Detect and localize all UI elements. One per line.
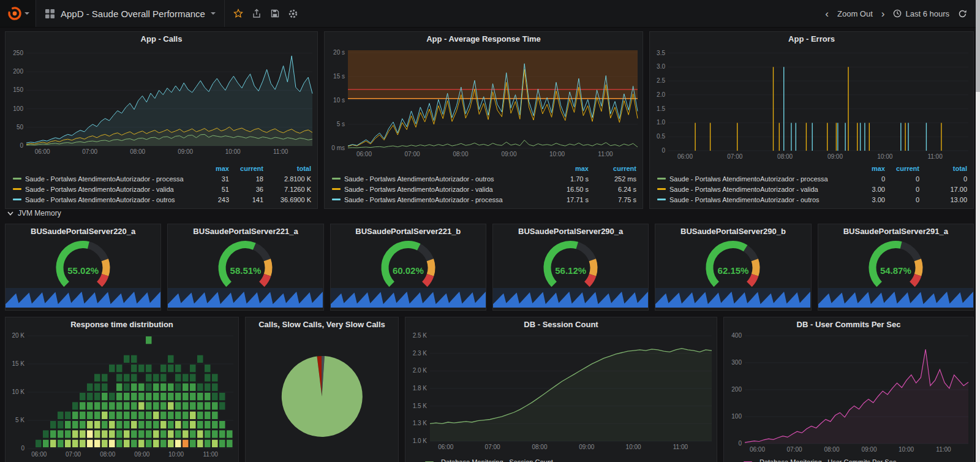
panel-gauge-server221b: BUSaudePortalServer221_b 60.02% (330, 224, 486, 311)
panel-app-response-time: App - Average Response Time 0 ms5 s10 s1… (324, 31, 643, 209)
svg-text:15 K: 15 K (12, 360, 24, 367)
svg-text:1.0: 1.0 (657, 119, 665, 126)
row-toggle-jvm-memory[interactable]: JVM Memory (7, 208, 974, 219)
app-calls-legend: max current total Saude - Portalws Atend… (6, 163, 317, 208)
series-name[interactable]: Database Monitoring - Session Count (441, 458, 553, 462)
svg-text:07:00: 07:00 (485, 444, 500, 450)
response-time-heatmap[interactable]: 05 K10 K15 K20 K06:0007:0008:0009:0010:0… (6, 332, 238, 462)
svg-text:06:00: 06:00 (677, 153, 693, 160)
star-dashboard-button[interactable] (230, 5, 247, 22)
panel-title[interactable]: BUSaudePortalServer290_a (493, 224, 648, 239)
gear-icon (288, 9, 298, 19)
legend-header-current[interactable]: current (229, 165, 263, 172)
app-errors-chart[interactable]: 00.51.01.52.02.53.03.506:0007:0008:0009:… (650, 47, 973, 163)
gauge-value: 55.02% (6, 265, 160, 276)
panel-title[interactable]: App - Average Response Time (325, 32, 643, 47)
series-name[interactable]: Saude - Portalws AtendimentoAutorizador … (25, 175, 195, 183)
svg-text:2.5 K: 2.5 K (413, 332, 428, 339)
app-calls-chart[interactable]: 05010015020025006:0007:0008:0009:0010:00… (6, 47, 317, 163)
svg-text:07:00: 07:00 (404, 151, 420, 157)
app-errors-legend: max current total Saude - Portalws Atend… (650, 163, 973, 208)
gauge-value: 54.87% (818, 265, 973, 276)
gauge-value: 58.51% (168, 265, 323, 276)
share-dashboard-button[interactable] (248, 5, 265, 22)
svg-text:0.5: 0.5 (657, 133, 665, 140)
legend-row: Saude - Portalws AtendimentoAutorizador … (332, 184, 636, 194)
svg-text:11:00: 11:00 (936, 446, 951, 453)
series-name[interactable]: Saude - Portalws AtendimentoAutorizador … (25, 196, 195, 203)
series-name[interactable]: Saude - Portalws AtendimentoAutorizador … (344, 196, 554, 203)
svg-text:11:00: 11:00 (203, 451, 219, 458)
save-icon (270, 9, 280, 18)
time-shift-back-button[interactable]: ‹ (821, 6, 833, 21)
series-name[interactable]: Saude - Portalws AtendimentoAutorizador … (25, 186, 195, 193)
legend-header-row: max current (332, 163, 636, 173)
clock-icon (893, 9, 902, 18)
legend-header-max[interactable]: max (554, 165, 589, 172)
grafana-main-menu-button[interactable] (0, 0, 36, 27)
svg-text:10:00: 10:00 (168, 451, 184, 458)
panel-db-session-count: DB - Session Count 1.0 K1.3 K1.5 K1.8 K2… (405, 317, 717, 462)
time-range-picker-button[interactable]: Last 6 hours (889, 7, 954, 21)
series-color-dash (657, 188, 666, 190)
series-name[interactable]: Saude - Portalws AtendimentoAutorizador … (669, 196, 851, 203)
svg-text:2.0 K: 2.0 K (413, 367, 428, 374)
panel-title[interactable]: BUSaudePortalServer220_a (6, 224, 160, 239)
svg-text:09:00: 09:00 (827, 153, 843, 160)
series-color-dash (332, 199, 341, 200)
series-name[interactable]: Saude - Portalws AtendimentoAutorizador … (344, 175, 554, 183)
panel-title[interactable]: BUSaudePortalServer290_b (655, 224, 810, 239)
panel-title[interactable]: App - Calls (6, 32, 317, 47)
svg-text:100: 100 (731, 413, 742, 420)
legend-header-current[interactable]: current (885, 165, 919, 172)
series-name[interactable]: Saude - Portalws AtendimentoAutorizador … (669, 186, 851, 193)
series-name[interactable]: Saude - Portalws AtendimentoAutorizador … (344, 186, 554, 193)
legend-header-total[interactable]: total (263, 165, 311, 172)
panel-gauge-server290a: BUSaudePortalServer290_a 56.12% (492, 224, 649, 311)
svg-text:09:00: 09:00 (134, 451, 149, 458)
svg-text:2.3 K: 2.3 K (413, 350, 428, 357)
legend-header-current[interactable]: current (589, 165, 636, 172)
series-name[interactable]: Database Monitoring - User Commits Per S… (760, 458, 896, 462)
series-color-dash (332, 188, 341, 190)
legend-row: Saude - Portalws AtendimentoAutorizador … (332, 194, 636, 205)
calls-pie-chart[interactable] (246, 332, 398, 462)
svg-text:07:00: 07:00 (787, 446, 802, 453)
zoom-out-button[interactable]: Zoom Out (833, 7, 877, 21)
panel-title[interactable]: BUSaudePortalServer221_a (168, 224, 323, 239)
gauge-wrap: 56.12% (493, 239, 648, 288)
top-panel-row: App - Calls 05010015020025006:0007:0008:… (5, 31, 974, 202)
scrollbar-thumb[interactable] (976, 0, 980, 92)
panel-title[interactable]: DB - User Commits Per Sec (724, 317, 973, 332)
dashboard-settings-button[interactable] (285, 5, 302, 22)
svg-text:10:00: 10:00 (899, 446, 914, 453)
series-name[interactable]: Saude - Portalws AtendimentoAutorizador … (669, 175, 851, 183)
panel-title[interactable]: BUSaudePortalServer291_a (818, 224, 973, 239)
gauge-sparkline (655, 288, 810, 310)
svg-text:10 s: 10 s (333, 97, 345, 104)
dashboard-title-button[interactable]: AppD - Saude Overall Performance (36, 0, 225, 27)
time-shift-forward-button[interactable]: › (877, 6, 889, 21)
page-scrollbar[interactable] (976, 0, 980, 462)
svg-text:400: 400 (731, 332, 742, 339)
db-user-commits-chart[interactable]: 010020030040006:0007:0008:0009:0010:0011… (724, 332, 973, 456)
panel-title[interactable]: BUSaudePortalServer221_b (331, 224, 486, 239)
db-session-count-chart[interactable]: 1.0 K1.3 K1.5 K1.8 K2.0 K2.3 K2.5 K06:00… (405, 332, 717, 456)
panel-gauge-server221a: BUSaudePortalServer221_a 58.51% (167, 224, 323, 311)
panel-gauge-server220a: BUSaudePortalServer220_a 55.02% (5, 224, 161, 311)
panel-title[interactable]: Response time distribution (6, 317, 238, 332)
panel-title[interactable]: App - Errors (650, 32, 973, 47)
panel-title[interactable]: Calls, Slow Calls, Very Slow Calls (246, 317, 398, 332)
app-response-time-chart[interactable]: 0 ms5 s10 s15 s20 s06:0007:0008:0009:001… (325, 47, 643, 163)
legend-row: Saude - Portalws AtendimentoAutorizador … (657, 194, 967, 205)
legend-header-max[interactable]: max (851, 165, 885, 172)
legend-header-max[interactable]: max (195, 165, 229, 172)
svg-text:1.8 K: 1.8 K (413, 385, 428, 392)
panel-title[interactable]: DB - Session Count (405, 317, 717, 332)
legend-header-total[interactable]: total (919, 165, 967, 172)
svg-text:3.5: 3.5 (657, 50, 665, 56)
legend-header-row: max current total (13, 163, 311, 173)
refresh-button[interactable] (954, 7, 971, 21)
panel-response-time-distribution: Response time distribution 05 K10 K15 K2… (5, 317, 239, 462)
save-dashboard-button[interactable] (266, 5, 284, 22)
